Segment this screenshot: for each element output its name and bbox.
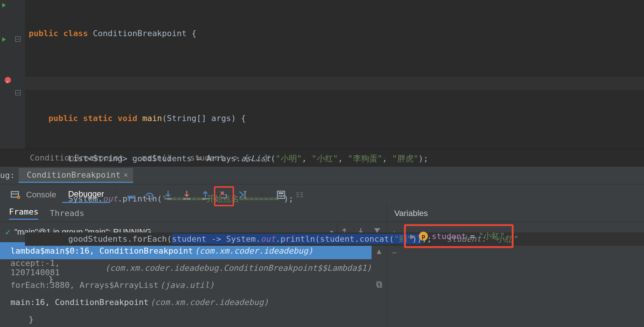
list-decl: List<String> goodStudents = Arrays. bbox=[29, 154, 241, 163]
kw-public-class: public class bbox=[29, 29, 93, 38]
run-class-icon[interactable] bbox=[0, 3, 25, 7]
layout-settings-icon[interactable] bbox=[10, 190, 20, 200]
svg-rect-5 bbox=[278, 191, 285, 199]
code-content[interactable]: public class ConditionBreakpoint { publi… bbox=[25, 0, 644, 149]
concat: .println(student.concat( bbox=[275, 234, 394, 244]
variable-highlight-box: ▶ p student = "小红" bbox=[404, 224, 514, 248]
out-field: out bbox=[261, 234, 276, 244]
equals: = bbox=[470, 232, 475, 241]
force-step-into-icon[interactable] bbox=[182, 190, 192, 200]
semi: ); bbox=[419, 154, 429, 163]
step-over-icon[interactable] bbox=[145, 190, 154, 200]
brace: } bbox=[29, 274, 53, 284]
brace: { bbox=[187, 29, 197, 38]
param-badge-icon: p bbox=[419, 232, 428, 241]
trace-current-stream-chain-icon[interactable] bbox=[295, 190, 304, 200]
sysout: System. bbox=[29, 194, 103, 203]
lambda: student -> System. bbox=[172, 234, 261, 244]
drop-frame-icon[interactable] bbox=[219, 190, 229, 200]
variable-value: "小红" bbox=[479, 231, 505, 242]
foreach: goodStudents.forEach( bbox=[29, 234, 172, 244]
aslist-call: asList bbox=[241, 154, 271, 163]
str-lit: "小红" bbox=[312, 154, 338, 163]
str-lit: "小明" bbox=[275, 154, 302, 163]
method-name: main bbox=[142, 114, 162, 123]
svg-rect-8 bbox=[281, 195, 282, 196]
show-execution-point-icon[interactable] bbox=[126, 190, 136, 200]
svg-rect-6 bbox=[279, 192, 284, 194]
expand-icon[interactable]: ▶ bbox=[410, 232, 415, 241]
class-name: ConditionBreakpoint bbox=[93, 29, 187, 38]
svg-rect-7 bbox=[279, 195, 280, 196]
variable-row[interactable]: ▶ p student = "小红" bbox=[407, 228, 508, 245]
editor-gutter bbox=[0, 0, 25, 149]
step-into-icon[interactable] bbox=[163, 190, 173, 200]
out-field: out bbox=[103, 194, 118, 203]
method-params: (String[] args) { bbox=[162, 114, 246, 123]
kw-public-static-void: public static void bbox=[29, 114, 142, 123]
str-lit: "李狗蛋" bbox=[348, 154, 382, 163]
println: .println( bbox=[117, 194, 162, 203]
paren: ( bbox=[271, 154, 275, 163]
svg-rect-9 bbox=[283, 195, 284, 196]
fold-icon[interactable] bbox=[15, 36, 20, 42]
breakpoint-icon[interactable] bbox=[0, 77, 25, 83]
step-out-icon[interactable] bbox=[201, 190, 210, 200]
run-to-cursor-icon[interactable] bbox=[238, 190, 247, 200]
fold-icon[interactable] bbox=[15, 90, 20, 95]
debug-label: ug: bbox=[0, 171, 19, 180]
code-editor[interactable]: public class ConditionBreakpoint { publi… bbox=[0, 0, 644, 149]
check-icon: ✓ bbox=[5, 227, 10, 237]
brace: } bbox=[29, 315, 34, 324]
str-lit: "胖虎" bbox=[392, 154, 419, 163]
run-method-icon[interactable] bbox=[0, 37, 25, 42]
evaluate-expression-icon[interactable] bbox=[276, 190, 286, 200]
variable-name: student bbox=[432, 232, 466, 241]
